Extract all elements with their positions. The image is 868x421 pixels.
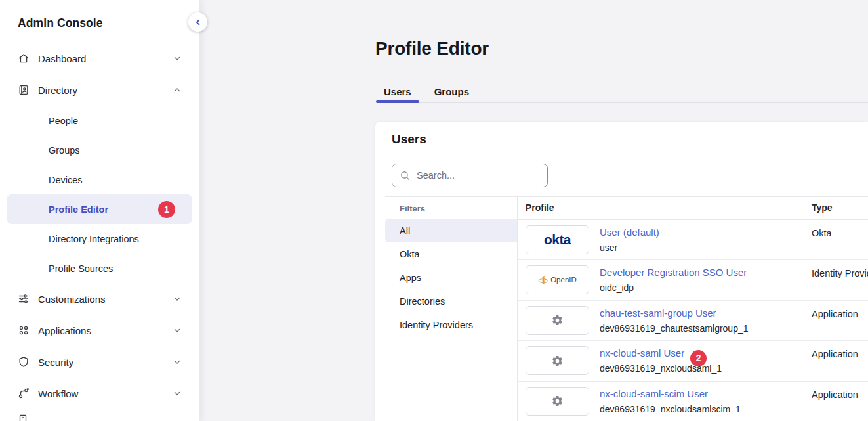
profile-link[interactable]: User (default) [600, 227, 659, 238]
table-row: nx-cloud-saml-scim User dev86931619_nxcl… [518, 382, 868, 421]
sliders-icon [18, 293, 30, 305]
app-logo [526, 387, 589, 416]
column-profile: Profile [526, 202, 554, 213]
panel-title: Users [392, 132, 426, 146]
filters-label: Filters [385, 197, 517, 219]
okta-admin-console: Profile Editor Users Groups Users Filter… [0, 0, 868, 421]
filter-apps[interactable]: Apps [385, 266, 517, 290]
table-row: OpenID Developer Registration SSO User o… [518, 260, 868, 300]
sidebar-nav: Dashboard Directory People [0, 43, 199, 409]
filter-identity-providers[interactable]: Identity Providers [385, 313, 517, 337]
profile-editor-tabs: Users Groups [376, 81, 477, 103]
gear-icon [551, 314, 564, 326]
sidebar-item-groups[interactable]: Groups [0, 135, 199, 165]
filter-all[interactable]: All [385, 219, 517, 242]
filter-directories[interactable]: Directories [385, 290, 517, 313]
profile-link[interactable]: Developer Registration SSO User [600, 267, 747, 278]
home-icon [18, 53, 30, 64]
table-row: nx-cloud-saml User2 dev86931619_nxclouds… [518, 341, 868, 381]
chevron-up-icon [173, 86, 181, 94]
shield-icon [18, 356, 30, 368]
grid-dots-icon [18, 324, 30, 336]
profile-id: user [600, 242, 617, 253]
chevron-left-icon [194, 18, 202, 26]
chevron-down-icon [173, 389, 181, 397]
profile-type: Application [812, 389, 868, 400]
profile-name: Developer Registration SSO User [600, 267, 747, 278]
column-type: Type [812, 202, 833, 213]
search-box[interactable] [392, 164, 548, 187]
filter-okta[interactable]: Okta [385, 242, 517, 266]
profiles-table: Profile Type okta User (default) user Ok… [518, 197, 868, 421]
profile-id: dev86931619_nxcloudsamlscim_1 [600, 404, 741, 414]
table-row: chau-test-saml-group User dev86931619_ch… [518, 301, 868, 341]
openid-icon [538, 275, 548, 286]
profile-link[interactable]: nx-cloud-saml-scim User [600, 388, 708, 399]
workflow-icon [18, 388, 30, 399]
openid-logo: OpenID [526, 265, 589, 294]
profile-id: dev86931619_nxcloudsaml_1 [600, 363, 722, 374]
sidebar-item-applications[interactable]: Applications [0, 315, 199, 346]
tab-users[interactable]: Users [376, 81, 419, 103]
tab-groups[interactable]: Groups [426, 81, 477, 103]
panel-content: Filters All Okta Apps Directories Identi… [385, 196, 868, 421]
table-header: Profile Type [518, 197, 868, 220]
sidebar-item-customizations[interactable]: Customizations [0, 283, 199, 315]
sidebar-item-people[interactable]: People [0, 106, 199, 135]
sidebar-item-profile-sources[interactable]: Profile Sources [0, 254, 199, 283]
sidebar-item-dashboard[interactable]: Dashboard [0, 43, 199, 74]
okta-logo: okta [526, 225, 589, 254]
sidebar-item-devices[interactable]: Devices [0, 165, 199, 194]
search-icon [400, 171, 410, 181]
profile-link[interactable]: nx-cloud-saml User [600, 347, 684, 359]
sidebar-item-profile-editor[interactable]: Profile Editor 1 [7, 194, 192, 224]
sidebar-item-workflow[interactable]: Workflow [0, 378, 199, 409]
sidebar-collapse-button[interactable] [188, 12, 207, 32]
profile-link[interactable]: chau-test-saml-group User [600, 307, 716, 319]
profile-id: dev86931619_chautestsamlgroup_1 [600, 323, 749, 334]
profile-name: nx-cloud-saml-scim User [600, 388, 708, 399]
profile-type: Application [812, 349, 868, 359]
sidebar-item-security[interactable]: Security [0, 346, 199, 378]
profile-id: oidc_idp [600, 282, 634, 293]
chevron-down-icon [173, 295, 181, 303]
sidebar-item-directory-integrations[interactable]: Directory Integrations [0, 224, 199, 254]
gear-icon [551, 395, 564, 407]
profile-name: chau-test-saml-group User [600, 307, 716, 319]
app-logo [526, 346, 589, 375]
app-logo [526, 306, 589, 335]
table-row: okta User (default) user Okta [518, 220, 868, 260]
users-panel: Users Filters All Okta Apps Directories … [375, 122, 868, 421]
filters-column: Filters All Okta Apps Directories Identi… [385, 197, 518, 421]
document-icon [18, 414, 28, 421]
annotation-mark-1: 1 [158, 201, 175, 218]
profile-type: Identity Provider [812, 268, 868, 278]
id-badge-icon [18, 84, 30, 96]
page-title: Profile Editor [375, 38, 489, 59]
gear-icon [551, 355, 564, 367]
profile-type: Application [812, 309, 868, 319]
search-input[interactable] [415, 169, 547, 181]
chevron-down-icon [173, 326, 181, 334]
sidebar: Admin Console Dashboard [0, 0, 199, 421]
chevron-down-icon [173, 55, 181, 62]
profile-type: Okta [812, 228, 868, 238]
app-title: Admin Console [18, 16, 103, 30]
profile-name: User (default) [600, 227, 659, 238]
sidebar-item-directory[interactable]: Directory [0, 74, 199, 106]
chevron-down-icon [173, 358, 181, 366]
